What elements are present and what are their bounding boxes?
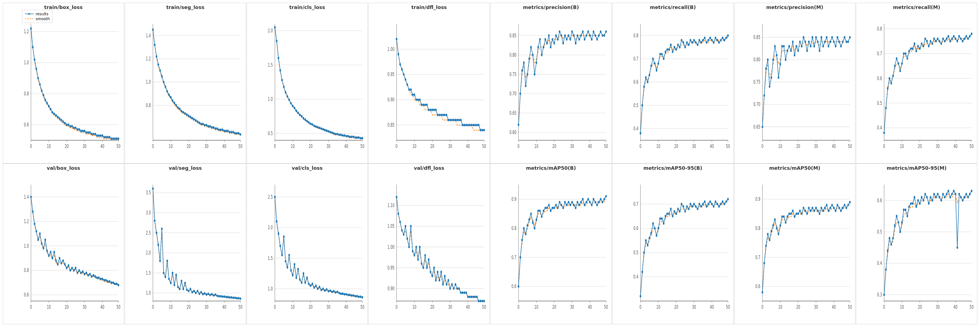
svg-point-1142	[917, 199, 919, 202]
svg-point-941	[579, 204, 580, 206]
svg-point-738	[240, 297, 241, 300]
svg-text:30: 30	[814, 144, 818, 149]
svg-point-66	[109, 136, 110, 139]
svg-text:0.85: 0.85	[509, 33, 516, 39]
svg-text:0.5: 0.5	[877, 100, 882, 106]
svg-point-566	[932, 43, 933, 45]
svg-point-571	[940, 43, 942, 45]
svg-point-258	[426, 104, 428, 106]
svg-point-188	[308, 121, 310, 124]
svg-point-951	[596, 204, 598, 206]
svg-point-397	[650, 65, 652, 67]
svg-point-540	[885, 107, 887, 109]
svg-point-853	[428, 258, 430, 260]
svg-point-1152	[935, 196, 937, 198]
svg-text:0.8: 0.8	[24, 91, 29, 97]
svg-point-475	[780, 63, 781, 65]
svg-text:30: 30	[935, 304, 940, 310]
svg-point-930	[559, 201, 560, 203]
svg-text:1.0: 1.0	[146, 79, 151, 85]
svg-point-289	[482, 129, 483, 131]
svg-point-581	[958, 35, 960, 37]
svg-point-322	[527, 73, 528, 75]
svg-point-1016	[706, 205, 707, 207]
svg-text:20: 20	[65, 304, 69, 310]
chart-title: val/cls_loss	[292, 165, 323, 171]
svg-point-137	[223, 130, 225, 132]
svg-point-509	[840, 45, 842, 48]
svg-point-576	[950, 40, 951, 43]
svg-text:40: 40	[832, 144, 836, 149]
svg-point-394	[645, 76, 646, 78]
svg-point-644	[86, 272, 87, 274]
svg-point-796	[336, 290, 338, 293]
svg-point-620	[43, 247, 45, 250]
svg-point-430	[709, 37, 711, 39]
svg-point-730	[225, 296, 227, 298]
svg-point-1006	[688, 207, 690, 210]
svg-point-465	[761, 126, 763, 128]
svg-point-1082	[817, 209, 819, 212]
svg-point-547	[898, 62, 899, 65]
svg-point-708	[186, 289, 188, 291]
svg-point-806	[355, 295, 356, 297]
svg-point-71	[118, 137, 119, 140]
svg-point-494	[813, 45, 815, 48]
svg-text:0.8: 0.8	[633, 33, 638, 39]
svg-point-418	[688, 44, 690, 46]
svg-point-273	[453, 119, 455, 121]
svg-point-319	[521, 69, 523, 72]
svg-point-1084	[821, 207, 822, 209]
svg-point-645	[88, 274, 89, 277]
svg-point-466	[763, 94, 765, 97]
svg-point-477	[783, 45, 784, 48]
svg-point-348	[573, 34, 575, 37]
svg-point-733	[231, 296, 232, 299]
svg-text:0.95: 0.95	[388, 72, 395, 78]
svg-point-1091	[833, 207, 835, 209]
svg-point-331	[543, 46, 544, 48]
svg-point-660	[114, 282, 116, 285]
svg-text:10: 10	[47, 144, 51, 149]
chart-title: metrics/mAP50(B)	[526, 165, 576, 171]
svg-point-654	[103, 279, 105, 281]
svg-point-615	[34, 223, 35, 225]
svg-text:0.85: 0.85	[388, 122, 395, 128]
svg-point-58	[94, 133, 96, 135]
svg-point-393	[643, 86, 645, 88]
svg-point-408	[670, 44, 671, 46]
svg-point-786	[318, 286, 320, 288]
svg-point-878	[473, 296, 474, 298]
svg-point-53	[86, 131, 87, 134]
chart-metrics_rec_m: metrics/recall(M)0.80.70.60.50.401020304…	[856, 3, 977, 164]
svg-point-1095	[840, 209, 842, 212]
svg-point-799	[342, 292, 344, 295]
chart-svg: 0.80.70.60.50.401020304050	[870, 11, 974, 155]
svg-point-776	[301, 281, 302, 284]
svg-point-551	[905, 52, 907, 55]
svg-text:0: 0	[517, 144, 519, 149]
svg-text:20: 20	[65, 144, 69, 149]
svg-point-495	[815, 36, 817, 38]
svg-point-986	[652, 222, 654, 225]
svg-point-624	[50, 251, 51, 253]
svg-point-1140	[914, 196, 915, 198]
svg-text:0.9: 0.9	[755, 196, 760, 202]
svg-text:40: 40	[100, 304, 105, 310]
svg-point-931	[560, 204, 562, 206]
svg-point-637	[73, 269, 75, 272]
svg-point-947	[589, 201, 591, 203]
svg-point-364	[601, 34, 603, 37]
svg-point-55	[89, 131, 91, 134]
svg-point-114	[182, 111, 184, 113]
svg-point-1062	[781, 215, 783, 218]
svg-text:20: 20	[674, 304, 678, 310]
svg-point-1087	[826, 204, 827, 206]
svg-point-422	[695, 41, 697, 44]
svg-point-266	[441, 114, 442, 116]
svg-point-211	[349, 136, 351, 138]
svg-point-727	[220, 295, 221, 297]
svg-text:40: 40	[344, 304, 348, 310]
svg-point-280	[466, 124, 467, 126]
svg-point-201	[331, 131, 332, 134]
